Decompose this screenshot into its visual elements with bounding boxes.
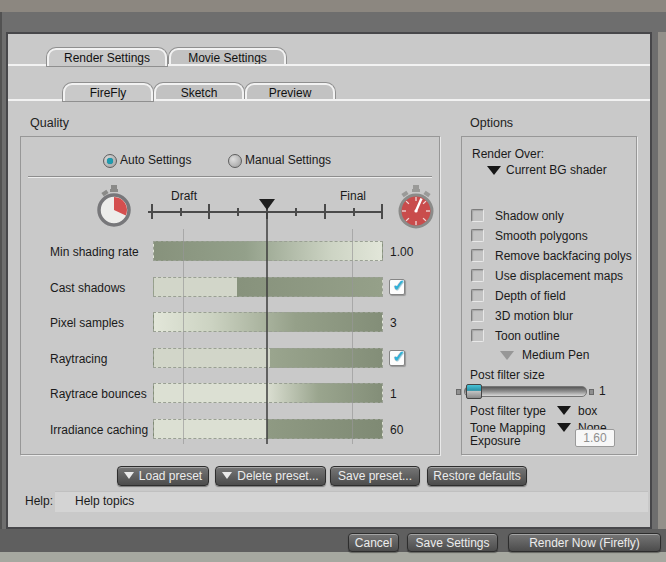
raytrace-bounces-bar[interactable] [153, 383, 383, 403]
delete-preset-label: Delete preset... [237, 469, 318, 483]
quality-section-title: Quality [30, 116, 69, 130]
irradiance-caching-bar[interactable] [153, 419, 383, 439]
row-value: 60 [390, 423, 403, 437]
tab-sketch[interactable]: Sketch [154, 83, 244, 99]
depth-of-field-label: Depth of field [495, 289, 566, 303]
auto-settings-radio[interactable] [103, 154, 117, 168]
slider-tick [324, 204, 326, 219]
tone-mapping-dropdown-icon[interactable] [557, 423, 571, 432]
row-value: 1.00 [390, 245, 413, 259]
post-filter-size-value: 1 [599, 384, 606, 398]
post-filter-type-label: Post filter type [470, 404, 546, 418]
cast-shadows-checkbox[interactable] [389, 279, 405, 295]
slider-tick [295, 208, 297, 216]
quality-separator [28, 176, 432, 178]
stopwatch-final-icon [394, 184, 438, 232]
exposure-label: Exposure [470, 434, 521, 448]
raytracing-checkbox[interactable] [389, 350, 405, 366]
cast-shadows-bar[interactable] [153, 277, 383, 297]
render-settings-window: Render Settings Movie Settings FireFly S… [0, 0, 666, 562]
help-topics-link[interactable]: Help topics [75, 494, 134, 508]
row-label: Raytrace bounces [50, 387, 147, 401]
toon-pen-value[interactable]: Medium Pen [522, 348, 589, 362]
desktop-bottom-strip [0, 552, 666, 562]
smooth-polygons-checkbox[interactable] [471, 229, 484, 242]
help-label: Help: [25, 494, 53, 508]
load-preset-label: Load preset [139, 469, 202, 483]
tab-firefly[interactable]: FireFly [63, 83, 153, 101]
row-value: 3 [390, 316, 397, 330]
shadow-only-label: Shadow only [495, 209, 564, 223]
help-strip [55, 491, 648, 512]
tone-mapping-label: Tone Mapping [470, 421, 545, 435]
remove-backfacing-label: Remove backfacing polys [495, 249, 632, 263]
post-filter-slider-handle[interactable] [466, 384, 482, 399]
row-label: Irradiance caching [50, 423, 148, 437]
slider-tick [381, 204, 383, 219]
slider-tick [208, 204, 210, 219]
window-left-edge [0, 12, 2, 552]
post-filter-size-label: Post filter size [470, 368, 545, 382]
displacement-maps-checkbox[interactable] [471, 269, 484, 282]
gridline-current [266, 212, 268, 444]
save-preset-label: Save preset... [338, 469, 412, 483]
post-filter-slider-max [589, 389, 594, 395]
shadow-only-checkbox[interactable] [471, 209, 484, 222]
tab-movie-settings[interactable]: Movie Settings [169, 48, 286, 64]
row-label: Raytracing [50, 352, 107, 366]
raytracing-bar[interactable] [153, 348, 383, 368]
render-over-value[interactable]: Current BG shader [506, 163, 607, 177]
row-label: Pixel samples [50, 316, 124, 330]
desktop-top-strip [0, 0, 666, 12]
toon-pen-dropdown-icon[interactable] [500, 351, 514, 360]
options-section-title: Options [470, 116, 513, 130]
row-label: Min shading rate [50, 245, 139, 259]
manual-settings-radio[interactable] [228, 154, 242, 168]
restore-defaults-button[interactable]: Restore defaults [427, 466, 527, 486]
delete-preset-button[interactable]: Delete preset... [215, 466, 326, 486]
save-preset-button[interactable]: Save preset... [330, 466, 420, 486]
stopwatch-draft-icon [95, 183, 133, 231]
render-over-dropdown-icon[interactable] [487, 166, 501, 175]
render-over-label: Render Over: [472, 147, 544, 161]
delete-preset-dropdown-icon [222, 472, 232, 479]
slider-tick [151, 204, 153, 219]
draft-label: Draft [160, 189, 208, 203]
motion-blur-checkbox[interactable] [471, 309, 484, 322]
smooth-polygons-label: Smooth polygons [495, 229, 588, 243]
auto-settings-label: Auto Settings [120, 153, 191, 167]
post-filter-slider-min [456, 389, 461, 395]
depth-of-field-checkbox[interactable] [471, 289, 484, 302]
slider-tick [353, 208, 355, 216]
post-filter-type-value[interactable]: box [578, 404, 597, 418]
cancel-button[interactable]: Cancel [348, 533, 399, 552]
toon-outline-checkbox[interactable] [471, 329, 484, 342]
gridline-draft [183, 229, 184, 444]
restore-defaults-label: Restore defaults [433, 469, 520, 483]
final-label: Final [329, 189, 377, 203]
pixel-samples-bar[interactable] [153, 312, 383, 332]
tab-preview[interactable]: Preview [245, 83, 335, 99]
row-label: Cast shadows [50, 281, 125, 295]
load-preset-button[interactable]: Load preset [117, 466, 209, 486]
post-filter-type-dropdown-icon[interactable] [557, 406, 571, 415]
desktop-right-strip [658, 32, 666, 552]
motion-blur-label: 3D motion blur [495, 309, 573, 323]
slider-tick [237, 208, 239, 216]
row-value: 1 [390, 387, 397, 401]
exposure-field[interactable]: 1.60 [575, 429, 615, 447]
slider-tick [180, 208, 182, 216]
displacement-maps-label: Use displacement maps [495, 269, 623, 283]
toon-outline-label: Toon outline [495, 329, 560, 343]
save-settings-button[interactable]: Save Settings [407, 533, 498, 552]
min-shading-rate-bar[interactable] [153, 241, 383, 261]
load-preset-dropdown-icon [124, 472, 134, 479]
post-filter-slider-track[interactable] [464, 386, 587, 397]
render-now-button[interactable]: Render Now (Firefly) [508, 533, 661, 552]
gridline-final [352, 229, 353, 444]
remove-backfacing-checkbox[interactable] [471, 249, 484, 262]
manual-settings-label: Manual Settings [245, 153, 331, 167]
tab-render-settings[interactable]: Render Settings [47, 48, 167, 66]
quality-slider-handle[interactable] [259, 199, 275, 210]
